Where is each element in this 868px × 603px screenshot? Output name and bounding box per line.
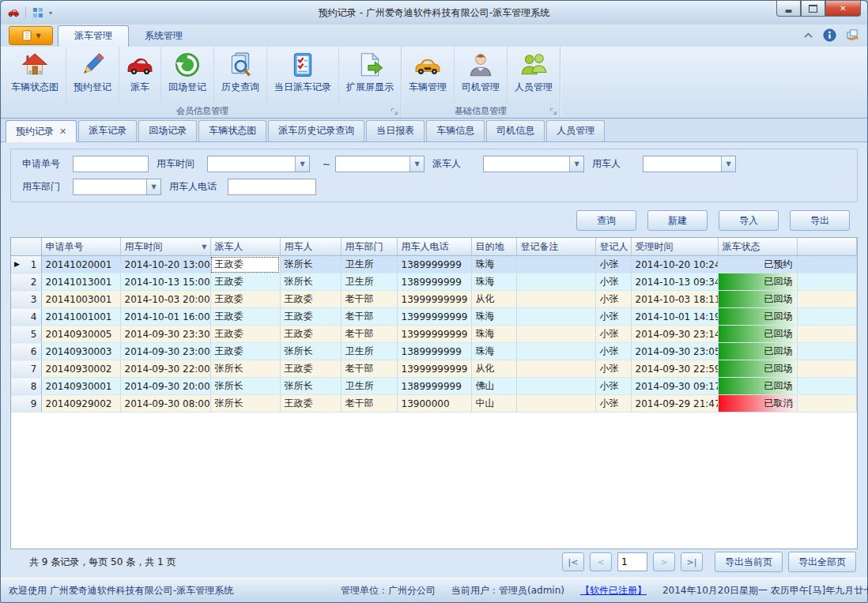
status-cell[interactable]: 已回场 bbox=[718, 343, 797, 360]
dept-cell[interactable]: 老干部 bbox=[341, 308, 397, 326]
remark-cell[interactable] bbox=[516, 326, 595, 343]
export-current-page-button[interactable]: 导出当前页 bbox=[715, 552, 783, 572]
destination-cell[interactable]: 从化 bbox=[471, 360, 516, 378]
dept-field[interactable]: ▼ bbox=[73, 179, 161, 195]
doc-tab-dispatch-records[interactable]: 派车记录 bbox=[78, 120, 137, 141]
car-logo-icon[interactable] bbox=[7, 6, 20, 19]
status-cell[interactable]: 已取消 bbox=[718, 395, 797, 413]
doc-tab-personnel-mgmt[interactable]: 人员管理 bbox=[546, 120, 605, 141]
table-row[interactable]: 4201410010012014-10-01 16:00王政委王政委老干部139… bbox=[11, 308, 857, 326]
accept-time-cell[interactable]: 2014-09-30 23:05 bbox=[631, 343, 718, 360]
export-button[interactable]: 导出 bbox=[790, 210, 850, 231]
layout-grid-icon[interactable] bbox=[32, 6, 44, 19]
order-no-cell[interactable]: 20141020001 bbox=[41, 256, 120, 273]
phone-cell[interactable]: 1389999999 bbox=[397, 256, 471, 273]
status-cell[interactable]: 已回场 bbox=[718, 378, 797, 395]
table-row[interactable]: 6201409300032014-09-30 23:00王政委张所长卫生所138… bbox=[11, 343, 857, 360]
col-dept[interactable]: 用车部门 bbox=[341, 238, 397, 256]
order-no-cell[interactable]: 20140930005 bbox=[41, 326, 120, 343]
table-row[interactable]: 2201410130012014-10-13 15:00王政委张所长卫生所138… bbox=[11, 273, 857, 291]
phone-cell[interactable]: 13999999999 bbox=[397, 291, 471, 308]
registrar-cell[interactable]: 小张 bbox=[595, 395, 631, 413]
dispatch-button[interactable]: 派车 bbox=[119, 47, 160, 104]
order-no-cell[interactable]: 20141003001 bbox=[41, 291, 120, 308]
accept-time-cell[interactable]: 2014-09-29 21:47 bbox=[631, 395, 718, 413]
col-user[interactable]: 用车人 bbox=[280, 238, 341, 256]
table-row[interactable]: 1▶201410200012014-10-20 13:00王政委张所长卫生所13… bbox=[11, 256, 857, 273]
row-indicator-cell[interactable]: 6 bbox=[11, 343, 41, 360]
phone-cell[interactable]: 1389999999 bbox=[397, 343, 471, 360]
remark-cell[interactable] bbox=[516, 256, 595, 273]
dept-cell[interactable]: 老干部 bbox=[341, 395, 397, 413]
order-no-cell[interactable]: 20140930002 bbox=[41, 360, 120, 378]
extend-screen-button[interactable]: 扩展屏显示 bbox=[338, 47, 401, 104]
use-time-cell[interactable]: 2014-09-30 23:30 bbox=[120, 326, 210, 343]
close-button[interactable]: ✕ bbox=[825, 1, 861, 17]
chevron-down-icon[interactable]: ▾ bbox=[49, 9, 52, 17]
destination-cell[interactable]: 从化 bbox=[471, 291, 516, 308]
minimize-button[interactable]: ▬ bbox=[776, 1, 801, 17]
software-registered-link[interactable]: 【软件已注册】 bbox=[572, 584, 655, 597]
use-time-to-field[interactable]: ▼ bbox=[335, 156, 425, 172]
ribbon-collapse-icon[interactable] bbox=[803, 32, 813, 39]
registrar-cell[interactable]: 小张 bbox=[595, 291, 631, 308]
doc-tab-vehicle-info[interactable]: 车辆信息 bbox=[426, 120, 485, 141]
col-registrar[interactable]: 登记人 bbox=[595, 238, 631, 256]
dispatcher-cell[interactable]: 王政委 bbox=[210, 308, 280, 326]
table-row[interactable]: 5201409300052014-09-30 23:30王政委王政委老干部139… bbox=[11, 326, 857, 343]
first-page-button[interactable]: |< bbox=[562, 552, 584, 571]
destination-cell[interactable]: 珠海 bbox=[471, 308, 516, 326]
row-indicator-cell[interactable]: 4 bbox=[11, 308, 41, 326]
style-switch-icon[interactable] bbox=[846, 28, 859, 42]
order-no-cell[interactable]: 20141001001 bbox=[41, 308, 120, 326]
dialog-launcher-icon[interactable] bbox=[391, 107, 398, 115]
dispatcher-cell[interactable]: 王政委 bbox=[210, 326, 280, 343]
remark-cell[interactable] bbox=[516, 395, 595, 413]
dept-cell[interactable]: 卫生所 bbox=[341, 256, 397, 273]
remark-cell[interactable] bbox=[516, 308, 595, 326]
chevron-down-icon[interactable]: ▼ bbox=[409, 156, 424, 171]
vehicle-mgmt-button[interactable]: 车辆管理 bbox=[402, 47, 454, 104]
info-icon[interactable] bbox=[823, 28, 836, 42]
status-cell[interactable]: 已回场 bbox=[718, 360, 797, 378]
row-indicator-cell[interactable]: 9 bbox=[11, 395, 41, 413]
use-time-cell[interactable]: 2014-10-01 16:00 bbox=[120, 308, 210, 326]
registrar-cell[interactable]: 小张 bbox=[595, 360, 631, 378]
row-indicator-cell[interactable]: 2 bbox=[11, 273, 41, 291]
return-register-button[interactable]: 回场登记 bbox=[160, 47, 213, 104]
use-time-cell[interactable]: 2014-09-30 23:00 bbox=[120, 343, 210, 360]
registrar-cell[interactable]: 小张 bbox=[595, 308, 631, 326]
phone-cell[interactable]: 13999999999 bbox=[397, 308, 471, 326]
destination-cell[interactable]: 珠海 bbox=[471, 273, 516, 291]
use-time-cell[interactable]: 2014-10-13 15:00 bbox=[120, 273, 210, 291]
import-button[interactable]: 导入 bbox=[719, 210, 779, 231]
prev-page-button[interactable]: < bbox=[590, 552, 612, 571]
status-cell[interactable]: 已预约 bbox=[718, 256, 797, 273]
page-number-input[interactable] bbox=[617, 552, 647, 571]
dept-cell[interactable]: 卫生所 bbox=[341, 378, 397, 395]
row-indicator-cell[interactable]: 7 bbox=[11, 360, 41, 378]
status-cell[interactable]: 已回场 bbox=[718, 291, 797, 308]
user-cell[interactable]: 张所长 bbox=[280, 273, 341, 291]
col-use-time[interactable]: 用车时间▼ bbox=[120, 238, 210, 256]
new-button[interactable]: 新建 bbox=[647, 210, 708, 231]
user-cell[interactable]: 张所长 bbox=[280, 343, 341, 360]
doc-tab-dispatch-history-query[interactable]: 派车历史记录查询 bbox=[268, 120, 364, 141]
user-cell[interactable]: 王政委 bbox=[280, 308, 341, 326]
col-remark[interactable]: 登记备注 bbox=[516, 238, 595, 256]
phone-cell[interactable]: 13999999999 bbox=[397, 326, 471, 343]
accept-time-cell[interactable]: 2014-10-01 14:19 bbox=[631, 308, 718, 326]
chevron-down-icon[interactable]: ▼ bbox=[569, 156, 583, 171]
remark-cell[interactable] bbox=[516, 378, 595, 395]
phone-cell[interactable]: 1389999999 bbox=[397, 378, 471, 395]
close-tab-icon[interactable]: ✕ bbox=[59, 126, 66, 137]
registrar-cell[interactable]: 小张 bbox=[595, 326, 631, 343]
dept-cell[interactable]: 卫生所 bbox=[341, 343, 397, 360]
maximize-button[interactable] bbox=[801, 1, 825, 17]
doc-tab-return-records[interactable]: 回场记录 bbox=[138, 120, 197, 141]
status-cell[interactable]: 已回场 bbox=[718, 326, 797, 343]
dispatcher-cell[interactable]: 王政委 bbox=[210, 256, 280, 273]
dept-cell[interactable]: 卫生所 bbox=[341, 273, 397, 291]
row-indicator-cell[interactable]: 8 bbox=[11, 378, 41, 395]
chevron-down-icon[interactable]: ▼ bbox=[721, 156, 735, 171]
